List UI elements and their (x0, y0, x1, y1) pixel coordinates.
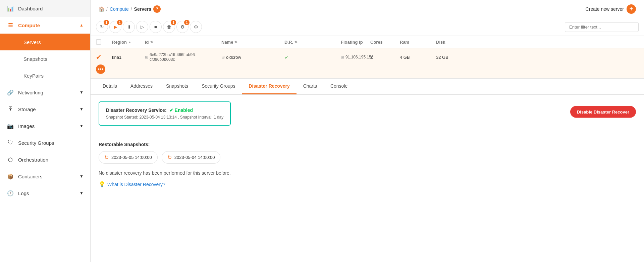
table-header: Region ▲ Id ⇅ Name ⇅ D.R. ⇅ Floating Ip … (91, 36, 644, 48)
tabs: Details Addresses Snapshots Security Gro… (91, 79, 644, 95)
snapshot-icon (12, 55, 19, 62)
sidebar-item-networking[interactable]: 🔗 Networking ▼ (0, 84, 90, 101)
tab-charts[interactable]: Charts (297, 79, 324, 94)
play-button[interactable]: ▶ 1 (109, 21, 121, 33)
create-server-button[interactable]: Create new server + (586, 4, 636, 14)
delete-button[interactable]: 🗑 1 (163, 21, 175, 33)
networking-icon: 🔗 (7, 89, 14, 96)
settings-icon: ⚙ (194, 24, 198, 30)
cog-badge: 1 (184, 20, 190, 25)
id-header[interactable]: Id ⇅ (145, 40, 219, 45)
row-checkbox[interactable]: ✔ (96, 53, 109, 61)
sidebar-item-security-groups[interactable]: 🛡 Security Groups (0, 134, 90, 151)
sidebar-item-dashboard[interactable]: 📊 Dashboard (0, 0, 90, 17)
what-is-dr-link[interactable]: 💡 What is Disaster Recovery? (99, 181, 636, 187)
tab-console[interactable]: Console (324, 79, 354, 94)
sidebar-item-compute[interactable]: ☰ Compute ▲ (0, 17, 90, 34)
logs-icon: 🕐 (7, 189, 14, 197)
tab-snapshots[interactable]: Snapshots (159, 79, 195, 94)
storage-icon: 🗄 (7, 105, 14, 113)
select-all-checkbox[interactable] (96, 39, 109, 45)
name-header[interactable]: Name ⇅ (221, 40, 282, 45)
orchestration-icon: ⬡ (7, 156, 14, 163)
tab-details[interactable]: Details (96, 79, 124, 94)
tab-addresses[interactable]: Addresses (124, 79, 159, 94)
sidebar-item-keypairs[interactable]: KeyPairs (0, 67, 90, 84)
snapshot-pill-2[interactable]: ↻ 2023-05-04 14:00:00 (162, 151, 221, 164)
no-dr-history-text: No disaster recovery has been performed … (99, 170, 636, 176)
play-icon: ▶ (114, 24, 117, 30)
tab-security-groups[interactable]: Security Groups (195, 79, 242, 94)
row-actions-menu[interactable]: ••• (96, 64, 109, 74)
dr-status-box: Disaster Recovery Service: ✔ Enabled Sna… (99, 101, 231, 126)
breadcrumb: 🏠 / Compute / Servers ? (99, 5, 161, 13)
sidebar-item-images[interactable]: 📷 Images ▼ (0, 118, 90, 134)
more-settings-button[interactable]: ⚙ (190, 21, 202, 33)
detail-panel: Details Addresses Snapshots Security Gro… (91, 79, 644, 262)
disable-disaster-recovery-button[interactable]: Disable Disaster Recover (570, 106, 636, 118)
sidebar-item-logs[interactable]: 🕐 Logs ▼ (0, 185, 90, 202)
snapshot-pills: ↻ 2023-05-05 14:00:00 ↻ 2023-05-04 14:00… (99, 151, 636, 164)
what-is-dr-label: What is Disaster Recovery? (107, 182, 165, 187)
ram-header: Ram (400, 40, 433, 45)
cog-icon: ⚙ (180, 24, 185, 30)
delete-icon: 🗑 (167, 24, 171, 30)
chevron-down-icon: ▼ (79, 174, 84, 179)
cores-header: Cores (370, 40, 397, 45)
row-ram: 4 GB (400, 55, 433, 60)
bulb-icon: 💡 (99, 181, 105, 187)
pause-icon: ⏸ (126, 24, 131, 30)
row-more-icon[interactable]: ••• (96, 64, 105, 74)
delete-badge: 1 (171, 20, 176, 25)
plus-icon: + (627, 4, 636, 14)
dr-status-row: Disaster Recovery Service: ✔ Enabled Sna… (99, 101, 636, 134)
restorable-label: Restorable Snapshots: (99, 142, 636, 147)
disaster-recovery-content: Disaster Recovery Service: ✔ Enabled Sna… (91, 95, 644, 194)
toolbar: ↻ 1 ▶ 1 ⏸ ▷ ■ 🗑 1 ⚙ 1 ⚙ (91, 18, 644, 36)
sidebar-item-containers[interactable]: 📦 Containers ▼ (0, 168, 90, 185)
region-header[interactable]: Region ▲ (112, 40, 142, 45)
server-table: Region ▲ Id ⇅ Name ⇅ D.R. ⇅ Floating Ip … (91, 36, 644, 79)
stop-icon: ■ (154, 24, 157, 30)
row-name: ⊞ oldcrow (221, 55, 282, 60)
sidebar-item-orchestration[interactable]: ⬡ Orchestration (0, 151, 90, 168)
check-icon: ✔ (96, 53, 102, 61)
dr-header[interactable]: D.R. ⇅ (284, 40, 338, 45)
filter-input[interactable] (565, 22, 639, 32)
snapshot-pill-1[interactable]: ↻ 2023-05-05 14:00:00 (99, 151, 158, 164)
cog-button[interactable]: ⚙ 1 (176, 21, 189, 33)
breadcrumb-compute[interactable]: Compute (110, 6, 129, 12)
row-disk: 32 GB (436, 55, 456, 60)
breadcrumb-current: Servers (134, 6, 151, 12)
row-dr: ✓ (284, 54, 338, 60)
help-icon[interactable]: ? (153, 5, 161, 13)
refresh-button[interactable]: ↻ 1 (96, 21, 108, 33)
sidebar: 📊 Dashboard ☰ Compute ▲ Servers Snapshot… (0, 0, 91, 262)
home-icon[interactable]: 🏠 (99, 6, 104, 12)
table-row[interactable]: ✔ kna1 ⊞ 6e9a273b-c1ff-466f-ab96-cf096b0… (91, 48, 644, 78)
row-region: kna1 (112, 55, 142, 60)
containers-icon: 📦 (7, 173, 14, 180)
sidebar-item-servers[interactable]: Servers (0, 34, 90, 50)
resume-button[interactable]: ▷ (136, 21, 148, 33)
topbar: 🏠 / Compute / Servers ? Create new serve… (91, 0, 644, 18)
security-icon: 🛡 (7, 139, 14, 146)
breadcrumb-sep1: / (106, 6, 108, 12)
restore-icon-1: ↻ (104, 154, 109, 161)
server-icon (12, 38, 19, 46)
green-check-icon: ✔ (169, 107, 173, 113)
stop-button[interactable]: ■ (150, 21, 162, 33)
chevron-down-icon: ▼ (79, 191, 84, 195)
snapshot-datetime-2: 2023-05-04 14:00:00 (174, 155, 215, 160)
sidebar-item-snapshots[interactable]: Snapshots (0, 50, 90, 67)
refresh-icon: ↻ (100, 24, 104, 30)
chevron-down-icon: ▼ (79, 107, 84, 112)
pause-button[interactable]: ⏸ (123, 21, 135, 33)
sidebar-item-storage[interactable]: 🗄 Storage ▼ (0, 101, 90, 118)
dr-check-icon: ✓ (284, 54, 289, 60)
restore-icon-2: ↻ (167, 154, 172, 161)
tab-disaster-recovery[interactable]: Disaster Recovery (242, 79, 297, 94)
create-server-label: Create new server (586, 6, 624, 12)
row-floating-ip: ⊞ 91.106.195.156 (341, 55, 368, 59)
main-content: 🏠 / Compute / Servers ? Create new serve… (91, 0, 644, 262)
